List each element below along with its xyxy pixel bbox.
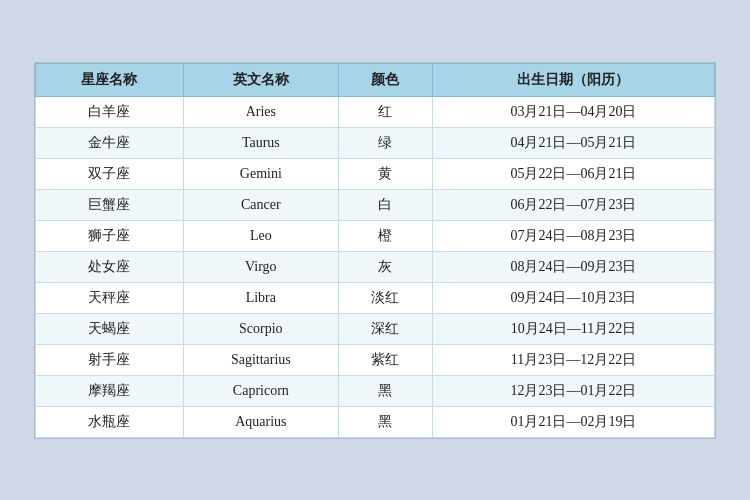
table-cell: 07月24日—08月23日 bbox=[432, 220, 714, 251]
table-cell: Virgo bbox=[183, 251, 338, 282]
table-cell: 水瓶座 bbox=[36, 406, 184, 437]
table-row: 狮子座Leo橙07月24日—08月23日 bbox=[36, 220, 715, 251]
table-cell: Aquarius bbox=[183, 406, 338, 437]
table-cell: 淡红 bbox=[338, 282, 432, 313]
table-cell: 12月23日—01月22日 bbox=[432, 375, 714, 406]
table-cell: 射手座 bbox=[36, 344, 184, 375]
table-cell: 黑 bbox=[338, 375, 432, 406]
table-cell: 狮子座 bbox=[36, 220, 184, 251]
table-body: 白羊座Aries红03月21日—04月20日金牛座Taurus绿04月21日—0… bbox=[36, 96, 715, 437]
table-header-row: 星座名称英文名称颜色出生日期（阳历） bbox=[36, 63, 715, 96]
table-cell: 金牛座 bbox=[36, 127, 184, 158]
table-cell: 08月24日—09月23日 bbox=[432, 251, 714, 282]
table-cell: 灰 bbox=[338, 251, 432, 282]
table-cell: 白 bbox=[338, 189, 432, 220]
table-cell: 05月22日—06月21日 bbox=[432, 158, 714, 189]
table-cell: 01月21日—02月19日 bbox=[432, 406, 714, 437]
table-cell: 09月24日—10月23日 bbox=[432, 282, 714, 313]
table-cell: 红 bbox=[338, 96, 432, 127]
table-header-cell: 星座名称 bbox=[36, 63, 184, 96]
table-cell: Sagittarius bbox=[183, 344, 338, 375]
table-row: 射手座Sagittarius紫红11月23日—12月22日 bbox=[36, 344, 715, 375]
table-cell: 天秤座 bbox=[36, 282, 184, 313]
table-row: 摩羯座Capricorn黑12月23日—01月22日 bbox=[36, 375, 715, 406]
table-header-cell: 英文名称 bbox=[183, 63, 338, 96]
table-row: 双子座Gemini黄05月22日—06月21日 bbox=[36, 158, 715, 189]
table-cell: 04月21日—05月21日 bbox=[432, 127, 714, 158]
table-cell: 巨蟹座 bbox=[36, 189, 184, 220]
table-cell: 紫红 bbox=[338, 344, 432, 375]
table-header-cell: 颜色 bbox=[338, 63, 432, 96]
table-row: 白羊座Aries红03月21日—04月20日 bbox=[36, 96, 715, 127]
table-row: 巨蟹座Cancer白06月22日—07月23日 bbox=[36, 189, 715, 220]
table-cell: 处女座 bbox=[36, 251, 184, 282]
table-cell: Libra bbox=[183, 282, 338, 313]
table-cell: 天蝎座 bbox=[36, 313, 184, 344]
table-cell: Scorpio bbox=[183, 313, 338, 344]
table-cell: 绿 bbox=[338, 127, 432, 158]
table-cell: 深红 bbox=[338, 313, 432, 344]
table-cell: Leo bbox=[183, 220, 338, 251]
table-cell: Gemini bbox=[183, 158, 338, 189]
table-cell: Aries bbox=[183, 96, 338, 127]
table-cell: 06月22日—07月23日 bbox=[432, 189, 714, 220]
table-row: 天蝎座Scorpio深红10月24日—11月22日 bbox=[36, 313, 715, 344]
table-row: 水瓶座Aquarius黑01月21日—02月19日 bbox=[36, 406, 715, 437]
table-cell: 10月24日—11月22日 bbox=[432, 313, 714, 344]
table-cell: 双子座 bbox=[36, 158, 184, 189]
table-cell: 11月23日—12月22日 bbox=[432, 344, 714, 375]
table-cell: 黄 bbox=[338, 158, 432, 189]
table-cell: 黑 bbox=[338, 406, 432, 437]
table-header-cell: 出生日期（阳历） bbox=[432, 63, 714, 96]
zodiac-table-container: 星座名称英文名称颜色出生日期（阳历） 白羊座Aries红03月21日—04月20… bbox=[34, 62, 716, 439]
table-row: 处女座Virgo灰08月24日—09月23日 bbox=[36, 251, 715, 282]
table-cell: 摩羯座 bbox=[36, 375, 184, 406]
zodiac-table: 星座名称英文名称颜色出生日期（阳历） 白羊座Aries红03月21日—04月20… bbox=[35, 63, 715, 438]
table-cell: Taurus bbox=[183, 127, 338, 158]
table-row: 天秤座Libra淡红09月24日—10月23日 bbox=[36, 282, 715, 313]
table-cell: Capricorn bbox=[183, 375, 338, 406]
table-cell: 橙 bbox=[338, 220, 432, 251]
table-row: 金牛座Taurus绿04月21日—05月21日 bbox=[36, 127, 715, 158]
table-cell: 03月21日—04月20日 bbox=[432, 96, 714, 127]
table-cell: Cancer bbox=[183, 189, 338, 220]
table-cell: 白羊座 bbox=[36, 96, 184, 127]
